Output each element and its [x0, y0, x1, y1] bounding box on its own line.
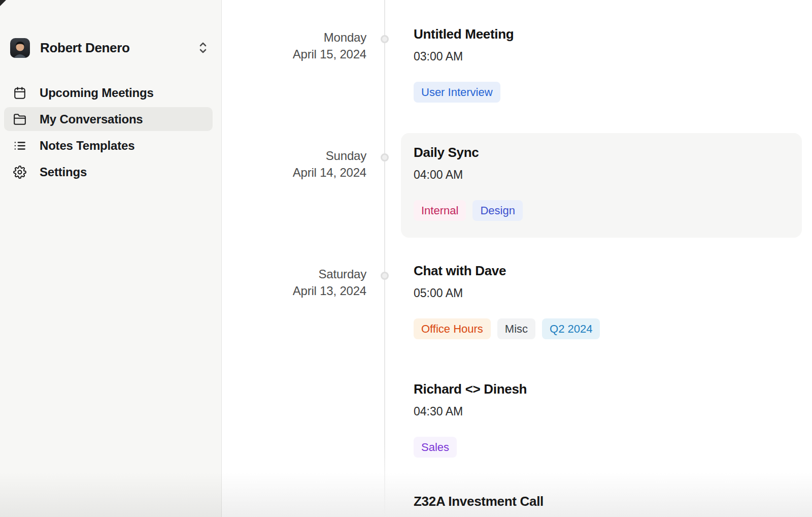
date-text: April 14, 2024 — [222, 164, 366, 181]
avatar — [10, 38, 30, 58]
tag-row: Sales — [414, 437, 789, 458]
window-corner-artifact — [0, 0, 11, 11]
calendar-icon — [13, 86, 26, 100]
user-name: Robert Denero — [40, 40, 197, 56]
sidebar-item-my-conversations[interactable]: My Conversations — [4, 107, 213, 131]
account-switcher[interactable]: Robert Denero — [10, 38, 209, 58]
meeting-time: 04:00 AM — [414, 168, 789, 182]
meeting-time: 03:00 AM — [414, 50, 789, 63]
tag-sales: Sales — [414, 437, 457, 458]
meeting-title: Daily Sync — [414, 145, 789, 160]
day-name: Saturday — [222, 266, 366, 282]
sidebar: Robert Denero Upcoming Meetings — [0, 0, 222, 517]
gear-icon — [13, 166, 26, 179]
folder-icon — [13, 113, 26, 126]
tag-design: Design — [472, 200, 522, 221]
tag-q2-2024: Q2 2024 — [542, 318, 600, 339]
meeting-title: Untitled Meeting — [414, 26, 789, 42]
date-group-label: Saturday April 13, 2024 — [222, 266, 366, 299]
tag-misc: Misc — [497, 318, 535, 339]
meeting-time: 05:00 AM — [414, 286, 789, 300]
sidebar-item-label: Upcoming Meetings — [40, 86, 154, 100]
sidebar-item-settings[interactable]: Settings — [4, 160, 213, 184]
sidebar-item-notes-templates[interactable]: Notes Templates — [4, 134, 213, 157]
meeting-time: 04:30 AM — [414, 405, 789, 418]
day-name: Sunday — [222, 147, 366, 164]
meeting-row-daily-sync[interactable]: Daily Sync 04:00 AM Internal Design — [401, 133, 802, 238]
date-group-label: Sunday April 14, 2024 — [222, 147, 366, 181]
date-text: April 15, 2024 — [222, 46, 366, 62]
list-icon — [13, 139, 26, 152]
sidebar-item-label: Settings — [40, 165, 87, 179]
day-name: Monday — [222, 29, 366, 46]
meeting-title: Z32A Investment Call — [414, 494, 789, 509]
meeting-row-richard-dinesh[interactable]: Richard <> Dinesh 04:30 AM Sales — [401, 370, 802, 474]
tag-row: Office Hours Misc Q2 2024 — [414, 318, 789, 339]
timeline-line — [384, 0, 385, 517]
timeline-dot — [381, 272, 389, 280]
meeting-title: Richard <> Dinesh — [414, 381, 789, 397]
meeting-row-z32a-investment-call[interactable]: Z32A Investment Call — [401, 482, 802, 517]
chevron-up-down-icon[interactable] — [197, 41, 209, 55]
timeline-dot — [381, 153, 389, 161]
meeting-row-untitled-meeting[interactable]: Untitled Meeting 03:00 AM User Interview — [401, 15, 802, 119]
tag-office-hours: Office Hours — [414, 318, 491, 339]
meeting-title: Chat with Dave — [414, 263, 789, 279]
date-group-label: Monday April 15, 2024 — [222, 29, 366, 62]
tag-row: User Interview — [414, 82, 789, 103]
tag-user-interview: User Interview — [414, 82, 500, 103]
sidebar-item-label: Notes Templates — [40, 139, 134, 153]
tag-internal: Internal — [414, 200, 466, 221]
tag-row: Internal Design — [414, 200, 789, 221]
timeline-dot — [381, 35, 389, 43]
sidebar-nav: Upcoming Meetings My Conversations Notes… — [4, 81, 213, 186]
conversations-timeline: Monday April 15, 2024 Sunday April 14, 2… — [222, 0, 812, 517]
meeting-row-chat-with-dave[interactable]: Chat with Dave 05:00 AM Office Hours Mis… — [401, 251, 802, 356]
sidebar-item-upcoming-meetings[interactable]: Upcoming Meetings — [4, 81, 213, 105]
date-text: April 13, 2024 — [222, 282, 366, 299]
sidebar-item-label: My Conversations — [40, 112, 143, 126]
